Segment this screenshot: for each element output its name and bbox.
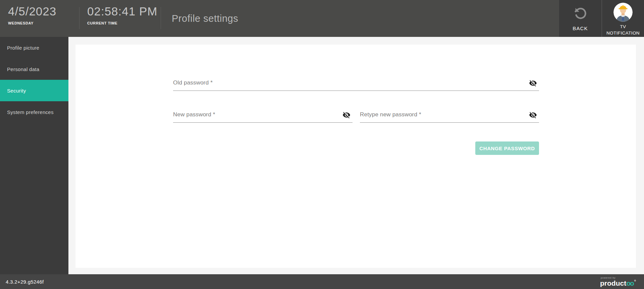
retype-password-label: Retype new password *: [360, 111, 421, 118]
brand-wordmark: productoo®: [600, 280, 636, 287]
productoo-logo: powered by productoo®: [600, 277, 636, 287]
weekday-label: WEDNESDAY: [8, 21, 56, 25]
current-date: 4/5/2023: [8, 5, 56, 18]
user-name-line1: TV: [620, 24, 626, 30]
header-divider: [161, 7, 161, 29]
current-time: 02:58:41 PM: [87, 5, 157, 18]
worker-avatar: [613, 3, 633, 22]
eye-off-icon[interactable]: [342, 111, 351, 119]
current-time-label: CURRENT TIME: [87, 21, 157, 25]
content-area: Old password * New password * Retype new…: [68, 37, 644, 274]
new-password-field[interactable]: New password *: [173, 111, 353, 123]
sidebar-item-system-preferences[interactable]: System preferences: [0, 101, 68, 123]
page-title: Profile settings: [172, 13, 238, 24]
time-block: 02:58:41 PM CURRENT TIME: [87, 5, 157, 25]
sidebar-item-personal-data[interactable]: Personal data: [0, 58, 68, 80]
back-button-label: BACK: [573, 25, 588, 31]
powered-by-label: powered by: [601, 277, 615, 279]
app-version: 4.3.2+29.g5246f: [6, 279, 44, 285]
user-name-line2: NOTIFICATION: [606, 30, 640, 36]
new-password-underline: [173, 122, 353, 123]
eye-off-icon[interactable]: [529, 79, 537, 87]
sidebar-item-label: Profile picture: [7, 45, 39, 51]
change-password-button[interactable]: CHANGE PASSWORD: [475, 141, 539, 155]
retype-password-underline: [360, 122, 539, 123]
sidebar-item-label: System preferences: [7, 109, 54, 115]
new-password-label: New password *: [173, 111, 215, 118]
sidebar-item-security[interactable]: Security: [0, 80, 68, 101]
date-block: 4/5/2023 WEDNESDAY: [8, 5, 56, 25]
footer-bar: 4.3.2+29.g5246f powered by productoo®: [0, 274, 644, 289]
security-panel: Old password * New password * Retype new…: [75, 45, 636, 268]
settings-sidebar: Profile picture Personal data Security S…: [0, 37, 68, 274]
user-profile-button[interactable]: TV NOTIFICATION: [602, 0, 644, 37]
sidebar-item-label: Personal data: [7, 66, 39, 72]
back-button[interactable]: BACK: [559, 0, 601, 37]
top-header-bar: 4/5/2023 WEDNESDAY 02:58:41 PM CURRENT T…: [0, 0, 644, 37]
old-password-field[interactable]: Old password *: [173, 79, 539, 91]
sidebar-item-label: Security: [7, 88, 26, 94]
undo-arrow-icon: [573, 6, 588, 22]
old-password-label: Old password *: [173, 79, 213, 86]
brand-oo-infinity: oo: [626, 279, 634, 287]
eye-off-icon[interactable]: [529, 111, 537, 119]
old-password-underline: [173, 91, 539, 91]
retype-password-field[interactable]: Retype new password *: [360, 111, 539, 123]
sidebar-item-profile-picture[interactable]: Profile picture: [0, 37, 68, 58]
registered-mark: ®: [634, 280, 636, 282]
header-divider: [79, 7, 79, 29]
